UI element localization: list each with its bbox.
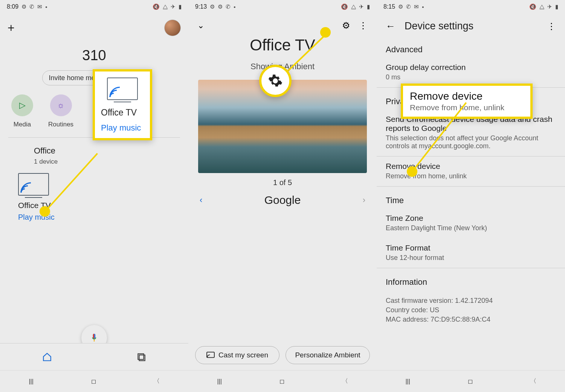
button-label: Personalize Ambient — [295, 351, 360, 359]
mute-icon: 🔇 — [341, 3, 348, 10]
settings-list[interactable]: Advanced Group delay correction 0 ms Pri… — [377, 32, 565, 330]
settings-gear-icon[interactable]: ⚙ — [342, 20, 350, 31]
callout-anchor-dot — [40, 206, 50, 217]
pager-text: 1 of 5 — [188, 178, 377, 187]
sun-icon: ☼ — [50, 94, 72, 116]
back-button[interactable]: ← — [386, 20, 396, 32]
mail-icon: ✉ — [414, 3, 419, 10]
wifi-icon: ⧋ — [539, 3, 544, 10]
battery-icon: ▮ — [179, 3, 182, 10]
callout-title: Remove device — [410, 90, 524, 102]
category-advanced: Advanced — [377, 36, 565, 58]
status-bar: 9:13 ⚙ ⚙ ✆ • 🔇 ⧋ ✈ ▮ — [188, 0, 377, 14]
row-subtitle: 0 ms — [386, 73, 556, 81]
back-dropdown-icon[interactable]: ⌄ — [197, 21, 204, 30]
status-bar: 8:09 ⚙ ✆ ✉ • 🔇 ⧋ ✈ ▮ — [0, 0, 188, 14]
cast-tv-icon — [107, 77, 138, 100]
quick-routines[interactable]: ☼ Routines — [48, 94, 73, 128]
phone-home-screen: 8:09 ⚙ ✆ ✉ • 🔇 ⧋ ✈ ▮ + 310 Invite home m… — [0, 0, 188, 392]
android-nav-bar: ||| ◻ 〈 — [377, 370, 565, 392]
category-information: Information — [377, 268, 565, 290]
cast-my-screen-button[interactable]: Cast my screen — [195, 346, 279, 364]
next-assistant-button[interactable]: › — [363, 195, 365, 205]
callout-device-card: Office TV Play music — [93, 69, 152, 140]
room-header: Office — [0, 138, 188, 156]
android-nav-bar: ||| ◻ 〈 — [188, 370, 377, 392]
category-time: Time — [377, 187, 565, 208]
airplane-icon: ✈ — [171, 3, 176, 10]
call-icon: ✆ — [226, 3, 231, 10]
phone-device-detail: 9:13 ⚙ ⚙ ✆ • 🔇 ⧋ ✈ ▮ ⌄ ⚙ ⋮ Office TV Sho… — [188, 0, 377, 392]
back-button[interactable]: 〈 — [530, 377, 536, 385]
quick-label: Media — [14, 121, 31, 128]
dot-icon: • — [234, 4, 235, 10]
bottom-tabs — [0, 343, 188, 370]
info-mac: MAC address: 7C:D9:5C:88:9A:C4 — [386, 316, 556, 324]
row-group-delay[interactable]: Group delay correction 0 ms — [377, 58, 565, 87]
callout-gear-icon — [259, 65, 292, 97]
airplane-icon: ✈ — [359, 3, 364, 10]
call-icon: ✆ — [29, 3, 34, 10]
overflow-menu-icon[interactable]: ⋮ — [547, 21, 556, 32]
status-time: 9:13 — [195, 3, 207, 10]
row-title: Group delay correction — [386, 63, 556, 72]
dot-icon: • — [422, 4, 424, 10]
svg-rect-3 — [207, 352, 214, 357]
info-firmware: Cast firmware version: 1.42.172094 — [386, 297, 556, 305]
mute-icon: 🔇 — [153, 3, 160, 10]
device-title: Office TV — [188, 36, 377, 54]
wifi-icon: ⧋ — [163, 3, 168, 10]
callout-device-name: Office TV — [101, 108, 144, 118]
home-button[interactable]: ◻ — [279, 378, 284, 385]
status-bar: 8:15 ⚙ ✆ ✉ • 🔇 ⧋ ✈ ▮ — [377, 0, 565, 14]
recents-button[interactable]: ||| — [217, 378, 221, 385]
personalize-ambient-button[interactable]: Personalize Ambient — [286, 346, 370, 364]
info-country: Country code: US — [386, 306, 556, 314]
callout-anchor-dot — [407, 166, 417, 177]
cast-tv-icon — [18, 173, 49, 196]
callout-anchor-dot — [320, 27, 331, 38]
home-title: 310 — [0, 47, 188, 64]
battery-icon: ▮ — [367, 3, 370, 10]
svg-rect-0 — [94, 339, 95, 341]
row-subtitle: Eastern Daylight Time (New York) — [386, 224, 556, 232]
recents-button[interactable]: ||| — [29, 378, 33, 385]
avatar[interactable] — [164, 20, 181, 36]
row-title: Time Zone — [386, 214, 556, 223]
row-subtitle: This selection does not affect your Goog… — [386, 134, 556, 150]
callout-remove-device: Remove device Remove from home, unlink — [401, 84, 533, 119]
back-button[interactable]: 〈 — [154, 377, 160, 385]
room-subtitle: 1 device — [0, 156, 188, 173]
overflow-menu-icon[interactable]: ⋮ — [359, 20, 368, 31]
callout-device-action: Play music — [101, 123, 144, 133]
prev-assistant-button[interactable]: ‹ — [200, 195, 202, 205]
tab-feed[interactable] — [94, 352, 188, 362]
row-time-zone[interactable]: Time Zone Eastern Daylight Time (New Yor… — [377, 208, 565, 238]
battery-icon: ▮ — [555, 3, 558, 10]
page-title: Device settings — [405, 20, 538, 32]
gear-icon: ⚙ — [398, 3, 403, 10]
airplane-icon: ✈ — [547, 3, 552, 10]
row-time-format[interactable]: Time Format Use 12-hour format — [377, 238, 565, 268]
gear-icon: ⚙ — [210, 3, 215, 10]
home-button[interactable]: ◻ — [468, 378, 473, 385]
row-remove-device[interactable]: Remove device Remove from home, unlink — [377, 156, 565, 186]
tab-home[interactable] — [0, 352, 94, 362]
android-nav-bar: ||| ◻ 〈 — [0, 370, 188, 392]
dot-icon: • — [45, 4, 47, 10]
assistant-name: Google — [202, 194, 362, 207]
wifi-icon: ⧋ — [351, 3, 356, 10]
row-title: Time Format — [386, 243, 556, 252]
play-icon: ▷ — [11, 94, 33, 116]
row-subtitle: Use 12-hour format — [386, 254, 556, 262]
row-information: Cast firmware version: 1.42.172094 Count… — [377, 290, 565, 330]
callout-subtitle: Remove from home, unlink — [410, 103, 524, 112]
gear-icon: ⚙ — [21, 3, 26, 10]
button-label: Cast my screen — [218, 351, 268, 359]
back-button[interactable]: 〈 — [342, 377, 348, 385]
recents-button[interactable]: ||| — [405, 378, 410, 385]
add-button[interactable]: + — [8, 21, 15, 35]
quick-media[interactable]: ▷ Media — [11, 94, 33, 128]
home-button[interactable]: ◻ — [91, 378, 96, 385]
status-time: 8:15 — [383, 3, 395, 10]
